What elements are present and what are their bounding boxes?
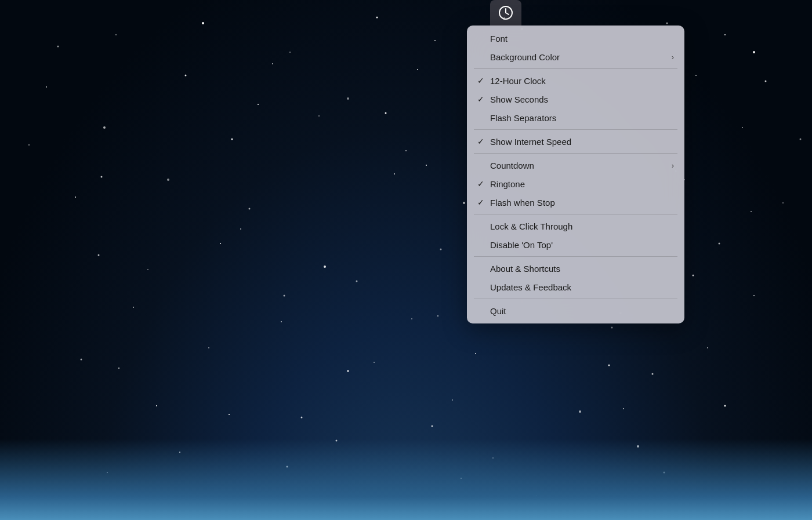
menu-divider-15: [474, 256, 677, 257]
menu-divider-2: [474, 68, 677, 69]
label-font: Font: [490, 34, 674, 43]
submenu-arrow-countdown: ›: [672, 161, 674, 170]
label-about-shortcuts: About & Shortcuts: [490, 264, 674, 274]
label-lock-click-through: Lock & Click Through: [490, 221, 674, 231]
label-background-color: Background Color: [490, 52, 672, 62]
menu-item-font[interactable]: Font: [467, 29, 684, 48]
label-flash-when-stop: Flash when Stop: [490, 198, 674, 208]
menu-item-show-internet-speed[interactable]: ✓Show Internet Speed: [467, 132, 684, 151]
clock-icon: 2: [498, 5, 514, 21]
clock-container: [99, 139, 126, 163]
label-flash-separators: Flash Separators: [490, 113, 674, 123]
menu-divider-18: [474, 299, 677, 299]
checkmark-ringtone: ✓: [477, 179, 490, 188]
menu-item-flash-separators[interactable]: Flash Separators: [467, 108, 684, 127]
checkmark-show-seconds: ✓: [477, 94, 490, 104]
menubar-icon[interactable]: 2: [490, 0, 521, 26]
checkmark-12-hour-clock: ✓: [477, 76, 490, 85]
menu-item-about-shortcuts[interactable]: About & Shortcuts: [467, 259, 684, 278]
menu-item-show-seconds[interactable]: ✓Show Seconds: [467, 90, 684, 108]
label-show-internet-speed: Show Internet Speed: [490, 137, 674, 147]
clock-speed: [99, 145, 126, 163]
menu-item-ringtone[interactable]: ✓Ringtone: [467, 174, 684, 193]
menu-divider-8: [474, 153, 677, 154]
submenu-arrow-background-color: ›: [672, 53, 674, 61]
label-12-hour-clock: 12-Hour Clock: [490, 76, 674, 86]
menu-item-12-hour-clock[interactable]: ✓12-Hour Clock: [467, 71, 684, 90]
label-ringtone: Ringtone: [490, 179, 674, 189]
checkmark-flash-when-stop: ✓: [477, 198, 490, 207]
menu-divider-12: [474, 214, 677, 214]
menu-item-quit[interactable]: Quit: [467, 301, 684, 320]
menu-item-flash-when-stop[interactable]: ✓Flash when Stop: [467, 193, 684, 212]
menu-item-disable-on-top[interactable]: Disable 'On Top': [467, 235, 684, 254]
label-show-seconds: Show Seconds: [490, 94, 674, 104]
svg-line-2: [506, 13, 509, 14]
horizon-glow: [0, 404, 812, 520]
menu-item-background-color[interactable]: Background Color›: [467, 48, 684, 66]
menu-divider-6: [474, 129, 677, 130]
menu-item-updates-feedback[interactable]: Updates & Feedback: [467, 278, 684, 296]
menu-item-lock-click-through[interactable]: Lock & Click Through: [467, 217, 684, 235]
label-disable-on-top: Disable 'On Top': [490, 240, 674, 250]
dropdown-menu: FontBackground Color›✓12-Hour Clock✓Show…: [467, 26, 684, 323]
label-updates-feedback: Updates & Feedback: [490, 282, 674, 292]
label-quit: Quit: [490, 306, 674, 316]
label-countdown: Countdown: [490, 161, 672, 170]
menu-item-countdown[interactable]: Countdown›: [467, 156, 684, 174]
checkmark-show-internet-speed: ✓: [477, 137, 490, 146]
